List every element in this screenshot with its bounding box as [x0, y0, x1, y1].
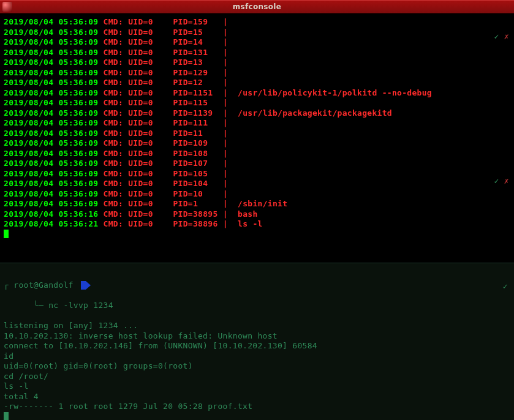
output-line: uid=0(root) gid=0(root) groups=0(root) [4, 361, 510, 372]
log-row: 2019/08/04 05:36:09 CMD: UID=0 PID=108 | [4, 149, 510, 159]
log-row: 2019/08/04 05:36:16 CMD: UID=0 PID=38895… [4, 209, 510, 220]
window-title: msfconsole [0, 2, 514, 12]
log-row: 2019/08/04 05:36:09 CMD: UID=0 PID=15 | [4, 28, 510, 38]
log-row: 2019/08/04 05:36:09 CMD: UID=0 PID=107 | [4, 159, 510, 169]
pane-indicator-bottom: ✓ [503, 282, 508, 292]
pane-indicator-mid: ✓ ✗ [491, 176, 509, 187]
pane-top[interactable]: ✓ ✗ ✓ ✗ 2019/08/04 05:36:09 CMD: UID=0 P… [0, 13, 514, 263]
pane-bottom[interactable]: ✓ ┌ root@Gandolf └─ nc -lvvp 1234 listen… [0, 263, 514, 420]
log-row: 2019/08/04 05:36:09 CMD: UID=0 PID=115 | [4, 98, 510, 108]
tmux-workspace: ✓ ✗ ✓ ✗ 2019/08/04 05:36:09 CMD: UID=0 P… [0, 13, 514, 420]
netcat-output: listening on [any] 1234 ...10.10.202.130… [4, 321, 510, 412]
cursor-icon [4, 412, 9, 421]
log-row: 2019/08/04 05:36:09 CMD: UID=0 PID=10 | [4, 189, 510, 200]
log-row: 2019/08/04 05:36:09 CMD: UID=0 PID=1139 … [4, 108, 510, 119]
log-row: 2019/08/04 05:36:09 CMD: UID=0 PID=159 | [4, 17, 510, 28]
output-line: id [4, 351, 510, 362]
process-log: 2019/08/04 05:36:09 CMD: UID=0 PID=159 |… [4, 17, 510, 230]
log-row: 2019/08/04 05:36:09 CMD: UID=0 PID=105 | [4, 169, 510, 179]
log-row: 2019/08/04 05:36:09 CMD: UID=0 PID=104 | [4, 179, 510, 189]
log-row: 2019/08/04 05:36:09 CMD: UID=0 PID=1 | /… [4, 199, 510, 209]
shell-prompt: ┌ root@Gandolf [4, 280, 510, 291]
output-line: listening on [any] 1234 ... [4, 321, 510, 331]
output-line: ls -l [4, 381, 510, 392]
window-titlebar[interactable]: msfconsole [0, 0, 514, 13]
log-row: 2019/08/04 05:36:09 CMD: UID=0 PID=1151 … [4, 88, 510, 99]
prompt-command: nc -lvvp 1234 [43, 301, 113, 310]
log-row: 2019/08/04 05:36:21 CMD: UID=0 PID=38896… [4, 219, 510, 230]
prompt-branch-icon: ┌ [4, 280, 9, 291]
output-line: connect to [10.10.202.146] from (UNKNOWN… [4, 341, 510, 351]
log-row: 2019/08/04 05:36:09 CMD: UID=0 PID=14 | [4, 37, 510, 48]
log-row: 2019/08/04 05:36:09 CMD: UID=0 PID=11 | [4, 129, 510, 139]
output-line: 10.10.202.130: inverse host lookup faile… [4, 331, 510, 342]
log-row: 2019/08/04 05:36:09 CMD: UID=0 PID=131 | [4, 48, 510, 58]
log-row: 2019/08/04 05:36:09 CMD: UID=0 PID=12 | [4, 78, 510, 88]
output-line: cd /root/ [4, 372, 510, 382]
log-row: 2019/08/04 05:36:09 CMD: UID=0 PID=129 | [4, 68, 510, 78]
prompt-arrow-icon [81, 281, 86, 290]
output-line: total 4 [4, 392, 510, 402]
prompt-userhost: root@Gandolf [9, 280, 78, 291]
log-row: 2019/08/04 05:36:09 CMD: UID=0 PID=111 | [4, 118, 510, 129]
log-row: 2019/08/04 05:36:09 CMD: UID=0 PID=13 | [4, 58, 510, 68]
prompt-branch2-icon: └─ [34, 301, 43, 310]
output-line: -rw------- 1 root root 1279 Jul 20 05:28… [4, 402, 510, 412]
pane-indicator-top: ✓ ✗ [491, 32, 509, 42]
log-row: 2019/08/04 05:36:09 CMD: UID=0 PID=109 | [4, 138, 510, 149]
cursor-icon [4, 230, 9, 238]
